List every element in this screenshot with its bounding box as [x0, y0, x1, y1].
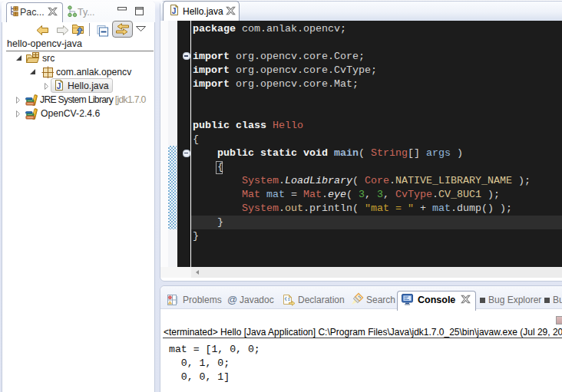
svg-text:J: J	[57, 82, 61, 91]
svg-text:J: J	[172, 7, 177, 15]
